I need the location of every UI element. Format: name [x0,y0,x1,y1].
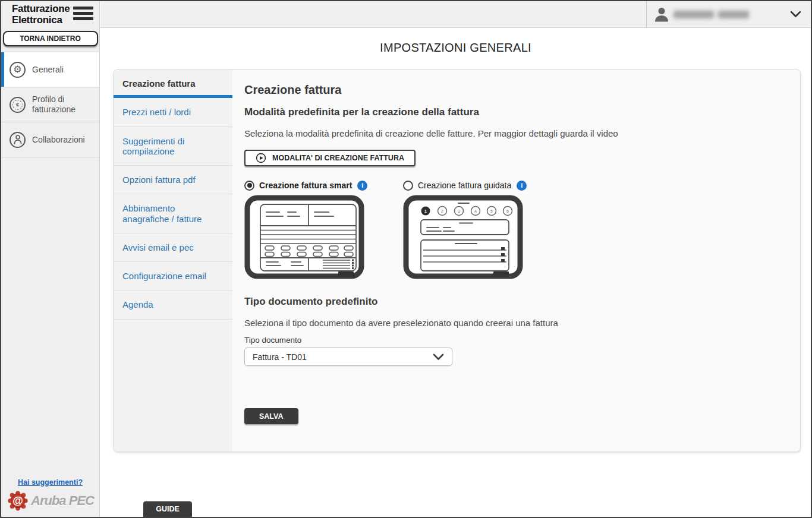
settings-tab-abbinamento-anagrafiche-fatture[interactable]: Abbinamento anagrafiche / fatture [114,194,232,233]
svg-text:6: 6 [506,209,509,213]
settings-tab-agenda[interactable]: Agenda [114,290,232,319]
settings-tab-opzioni-fattura-pdf[interactable]: Opzioni fattura pdf [114,166,232,194]
svg-text:2: 2 [441,209,443,213]
play-icon [256,153,266,163]
aruba-pec-wordmark: Aruba PEC [31,493,94,508]
aruba-pec-logo: @ Aruba PEC [1,489,99,512]
radio-row-guided[interactable]: Creazione fattura guidata i [403,179,527,191]
user-name-blurred [673,11,749,18]
video-mode-button-label: MODALITA' DI CREAZIONE FATTURA [272,154,404,162]
chevron-down-icon[interactable] [790,11,801,18]
sidebar-item-label: Profilo di fatturazione [32,94,95,115]
radio-row-smart[interactable]: Creazione fattura smart i [244,179,403,191]
settings-tab-prezzi-netti-lordi[interactable]: Prezzi netti / lordi [114,98,232,127]
settings-card: Creazione fattura Prezzi netti / lordi S… [113,69,801,452]
settings-content: Creazione fattura Modalità predefinita p… [232,70,800,451]
save-button[interactable]: SALVA [244,408,298,424]
smart-mode-illustration[interactable] [244,195,364,279]
doc-type-select[interactable]: Fattura - TD01 [244,348,452,366]
svg-text:3: 3 [458,209,460,213]
radio-guided-label: Creazione fattura guidata [418,181,511,190]
main-area: IMPOSTAZIONI GENERALI Creazione fattura … [100,28,811,517]
guide-button[interactable]: GUIDE [143,501,192,517]
sidebar-item-generali[interactable]: ⚙ Generali [1,52,99,87]
user-menu[interactable] [646,1,811,27]
option-smart: Creazione fattura smart i [244,179,403,279]
user-icon [655,7,668,22]
info-icon-smart[interactable]: i [357,181,367,191]
svg-text:1: 1 [424,209,427,214]
radio-guided[interactable] [403,181,413,191]
topbar [100,1,811,28]
app-logo: Fatturazione Elettronica [12,4,70,26]
settings-tab-suggerimenti-di-compilazione[interactable]: Suggerimenti di compilazione [114,127,232,166]
sidebar: Fatturazione Elettronica TORNA INDIETRO … [1,1,100,517]
back-button[interactable]: TORNA INDIETRO [3,31,98,46]
chevron-down-icon [433,353,444,361]
option-guided: Creazione fattura guidata i 1 [403,179,527,279]
settings-tab-avvisi-email-e-pec[interactable]: Avvisi email e pec [114,233,232,262]
guided-mode-illustration[interactable]: 1 2 3 4 5 6 [403,195,523,279]
radio-smart[interactable] [244,181,254,191]
doc-type-selected-value: Fattura - TD01 [253,352,307,362]
sidebar-item-collaborazioni[interactable]: Collaborazioni [1,122,99,157]
doc-type-section-title: Tipo documento predefinito [244,296,788,308]
gear-icon: ⚙ [10,62,26,78]
sidebar-item-label: Collaborazioni [32,135,85,145]
suggestions-link[interactable]: Hai suggerimenti? [18,478,83,487]
radio-smart-label: Creazione fattura smart [259,181,352,190]
page-title: IMPOSTAZIONI GENERALI [100,41,811,55]
creation-mode-options: Creazione fattura smart i [244,179,788,279]
person-icon [10,132,26,148]
video-mode-button[interactable]: MODALITA' DI CREAZIONE FATTURA [244,150,416,166]
doc-type-field-label: Tipo documento [244,336,788,345]
sidebar-header: Fatturazione Elettronica [1,1,99,27]
settings-tab-creazione-fattura[interactable]: Creazione fattura [114,70,232,98]
doc-type-description: Seleziona il tipo documento da avere pre… [244,318,788,328]
sidebar-menu: ⚙ Generali € Profilo di fatturazione Col… [1,52,99,157]
sidebar-item-label: Generali [32,65,64,75]
sidebar-footer: Hai suggerimenti? @ Aruba PEC [1,476,99,512]
logo-line-1: Fatturazione [12,4,70,15]
euro-coin-icon: € [10,97,26,113]
mode-section-description: Seleziona la modalità predefinita di cre… [244,128,788,138]
sidebar-item-profilo-di-fatturazione[interactable]: € Profilo di fatturazione [1,87,99,122]
hamburger-menu-icon[interactable] [73,7,93,23]
logo-line-2: Elettronica [12,15,70,26]
content-heading: Creazione fattura [244,83,788,97]
wax-seal-at-icon: @ [7,489,29,512]
svg-text:5: 5 [490,209,493,213]
info-icon-guided[interactable]: i [517,181,527,191]
app-window: Fatturazione Elettronica TORNA INDIETRO … [0,0,812,518]
settings-tab-configurazione-email[interactable]: Configurazione email [114,262,232,290]
svg-text:@: @ [12,495,23,507]
mode-section-title: Modalità predefinita per la creazione de… [244,106,788,118]
svg-text:4: 4 [474,209,477,213]
settings-nav: Creazione fattura Prezzi netti / lordi S… [114,70,232,451]
